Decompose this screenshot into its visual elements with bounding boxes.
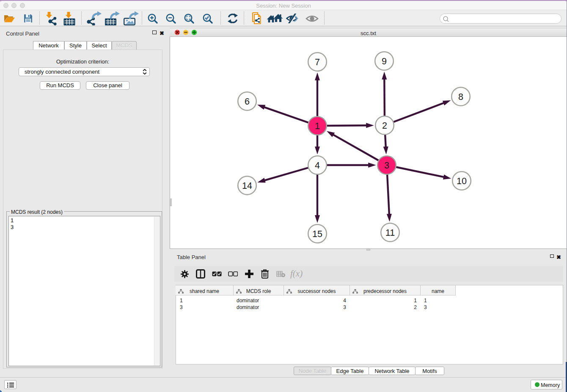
svg-text:9: 9: [382, 56, 387, 66]
svg-text:1: 1: [315, 121, 320, 131]
svg-text:6: 6: [245, 97, 250, 107]
svg-text:2: 2: [382, 121, 387, 131]
svg-text:14: 14: [242, 181, 252, 191]
svg-text:7: 7: [315, 57, 320, 67]
svg-text:8: 8: [458, 92, 463, 102]
svg-text:4: 4: [315, 160, 320, 171]
svg-text:10: 10: [457, 176, 467, 186]
svg-text:11: 11: [385, 228, 395, 238]
svg-text:3: 3: [384, 160, 389, 171]
svg-text:15: 15: [312, 229, 322, 239]
